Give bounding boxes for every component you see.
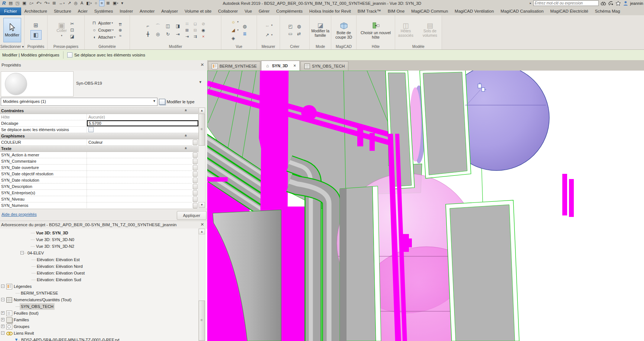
ribbon-tab-g-rer[interactable]: Gérer <box>255 7 273 15</box>
ribbon-tab-magicad-canalisation[interactable]: MagiCAD Canalisation <box>497 7 547 15</box>
properties-help-link[interactable]: Aide des propriétés <box>1 212 37 217</box>
associate-parameter-button[interactable] <box>193 165 198 170</box>
tree-item-familles[interactable]: +Familles <box>0 316 198 323</box>
properties-scrollbar-thumb[interactable] <box>199 114 205 146</box>
ribbon-tab-acier[interactable]: Acier <box>75 7 91 15</box>
measure-ruler-icon[interactable]: ↔ <box>264 22 270 28</box>
volume-floors-button[interactable]: ▤ Sols de volumes <box>419 23 441 38</box>
associate-parameter-button[interactable] <box>193 171 198 177</box>
search-binoculars-icon[interactable] <box>601 1 606 6</box>
expand-box-icon[interactable]: + <box>1 325 4 328</box>
collapse-chevron-icon[interactable]: « <box>184 109 188 111</box>
type-selector-chevron-icon[interactable]: ▼ <box>199 80 202 84</box>
property-value[interactable]: 5.5700 <box>87 120 198 127</box>
view-tab-syn-3d[interactable]: ⌂SYN_3D× <box>261 61 300 71</box>
property-group-texte[interactable]: Texte« <box>0 146 198 152</box>
pick-new-host-button[interactable]: Choisir un nouvel hôte <box>358 21 394 39</box>
offset-icon[interactable]: ⌒ <box>155 23 161 29</box>
tree-item-el-vation-el-vation-est[interactable]: Elévation: Elévation Est <box>0 256 198 263</box>
pin-icon[interactable]: ◉ <box>201 27 206 33</box>
hide-elements-icon[interactable]: ◍ <box>241 23 248 29</box>
text-icon[interactable]: A <box>79 0 84 6</box>
property-group-graphismes[interactable]: Graphismes« <box>0 133 198 139</box>
view-tab-close-icon[interactable]: × <box>293 63 296 68</box>
properties-close-icon[interactable]: × <box>201 62 204 68</box>
apply-button[interactable]: Appliquer <box>177 211 206 220</box>
tree-item-vue-3d-syn-3d-n2[interactable]: Vue 3D: SYN_3D-N2 <box>0 243 198 250</box>
align-icon[interactable]: ⌐ <box>145 23 151 29</box>
filter-combo[interactable]: Modèles génériques (1) ▼ <box>1 98 157 106</box>
tag-by-category-icon[interactable]: ◎ <box>73 0 79 6</box>
trim-multiple-icon[interactable]: ⇉ <box>192 34 198 39</box>
ribbon-tab-collaborer[interactable]: Collaborer <box>215 7 241 15</box>
create-assembly-icon[interactable]: ⇄ <box>296 31 302 37</box>
split-with-gap-icon[interactable]: ◨ <box>175 23 181 29</box>
expand-box-icon[interactable]: + <box>1 311 4 315</box>
tree-item-04-elev[interactable]: −04-ELEV <box>0 250 198 256</box>
default-3d-view-icon[interactable]: ◧▾ <box>85 0 93 6</box>
create-group-icon[interactable]: ◰ <box>287 23 294 29</box>
tree-item-el-vation-el-vation-ouest[interactable]: Elévation: Elévation Ouest <box>0 270 198 276</box>
expand-box-icon[interactable]: + <box>1 318 4 321</box>
section-icon[interactable]: ○ <box>94 0 98 6</box>
tree-item-el-vation-el-vation-sud[interactable]: Elévation: Elévation Sud <box>0 276 198 283</box>
aligned-dimension-icon[interactable]: ↗ <box>66 0 72 6</box>
magenta-sphere-fitting[interactable] <box>301 105 317 121</box>
create-parts-icon[interactable]: ▭ <box>287 31 294 37</box>
trim-extend-icon[interactable]: ⇥ <box>175 31 181 37</box>
associate-parameter-button[interactable] <box>193 178 198 183</box>
recent-documents-icon[interactable]: ▤ <box>7 0 13 6</box>
property-value[interactable] <box>87 202 192 208</box>
search-input[interactable] <box>533 0 599 6</box>
create-similar-icon[interactable]: ◍ <box>296 23 302 29</box>
ribbon-tab-sch-ma-mag[interactable]: Schéma Mag <box>592 7 624 15</box>
cut-icon[interactable]: ✂ <box>69 21 75 27</box>
scale-icon[interactable]: ⊘ <box>201 21 206 26</box>
match-properties-icon[interactable]: ◪ <box>69 33 75 39</box>
modify-button[interactable]: Modifier <box>3 18 21 42</box>
properties-toggle-icon[interactable]: ◧ <box>30 30 42 40</box>
moves-with-nearby-checkbox[interactable] <box>67 52 72 58</box>
print-icon[interactable]: ⊞ <box>51 0 57 6</box>
collapse-box-icon[interactable]: − <box>20 251 24 254</box>
related-hosts-button[interactable]: ◫ Hôtes associés <box>396 23 416 38</box>
type-preview[interactable] <box>1 71 74 97</box>
move-icon[interactable]: ╋ <box>145 31 151 37</box>
project-browser-scrollbar-thumb[interactable] <box>199 301 205 341</box>
mirror-axis-icon[interactable]: ∷ <box>184 21 190 26</box>
redo-icon[interactable]: ↷▾ <box>43 0 51 6</box>
collapse-box-icon[interactable]: − <box>1 331 4 335</box>
collapse-box-icon[interactable]: − <box>1 298 4 301</box>
ribbon-tab-analyser[interactable]: Analyser <box>158 7 181 15</box>
collapse-chevron-icon[interactable]: « <box>184 134 188 137</box>
property-value[interactable] <box>87 158 192 165</box>
property-group-contraintes[interactable]: Contraintes« <box>0 108 198 114</box>
array-icon[interactable]: ⊞ <box>184 27 190 33</box>
ribbon-tab-bim-track[interactable]: BIM Track™ <box>354 7 384 15</box>
property-value[interactable] <box>87 165 192 171</box>
tree-item-bds2-apd-sra-00-ref-mnu-tn-tz-0001-0-ref-rvt[interactable]: ▼BDS2-APD-SRA-00-REF-MNU-TN-TZ-0001-0-RE… <box>0 337 198 341</box>
cope-button[interactable]: ⊓Ajuster▾ <box>91 20 115 26</box>
property-value[interactable] <box>87 177 192 184</box>
tree-item-nomenclatures-quantit-s-tout[interactable]: −Nomenclatures/Quantités (Tout) <box>0 296 198 303</box>
property-value[interactable] <box>87 184 192 190</box>
panel-label-select[interactable]: Sélectionner ▾ <box>0 45 24 49</box>
project-browser-scrollbar[interactable]: ▲ <box>198 228 205 341</box>
property-value[interactable] <box>87 127 198 133</box>
undo-icon[interactable]: ↶▾ <box>35 0 43 6</box>
tree-item-groupes[interactable]: +Groupes <box>0 323 198 330</box>
ribbon-tab-architecture[interactable]: Architecture <box>21 7 51 15</box>
demolish-icon[interactable]: ⊗ <box>117 27 123 33</box>
magenta-lower-pipe[interactable] <box>281 207 306 341</box>
edit-family-button[interactable]: ◪ Modifier la famille <box>311 23 330 38</box>
split-element-icon[interactable]: ◫ <box>165 23 171 29</box>
panel-lower-right[interactable] <box>446 200 519 341</box>
delete-icon[interactable]: × <box>201 34 206 39</box>
ribbon-tab-magicad-commun[interactable]: MagiCAD Commun <box>408 7 451 15</box>
ribbon-tab-fichier[interactable]: Fichier <box>0 7 21 15</box>
switch-windows-icon[interactable]: ▣▾ <box>111 0 119 6</box>
view-tab-berim-synthese[interactable]: BERIM_SYNTHESE <box>208 61 260 71</box>
property-checkbox[interactable] <box>88 127 94 132</box>
thin-lines-icon[interactable]: ≡ <box>99 0 104 6</box>
property-value[interactable] <box>87 152 192 158</box>
